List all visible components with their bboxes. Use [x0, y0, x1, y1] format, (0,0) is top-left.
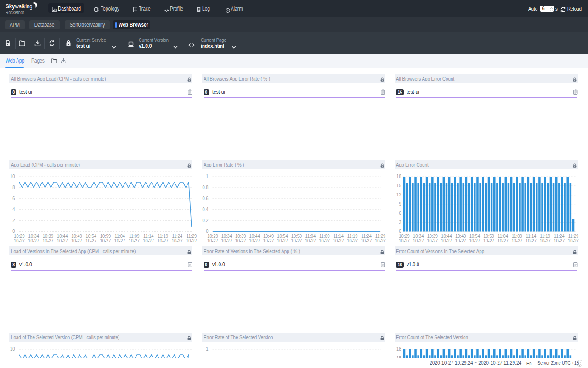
svg-text:10-27: 10-27	[207, 238, 218, 243]
svg-text:10-27: 10-27	[427, 238, 438, 243]
svg-text:10-27: 10-27	[186, 238, 197, 243]
svg-text:10-27: 10-27	[143, 238, 154, 243]
svg-text:0.8: 0.8	[202, 184, 208, 190]
svg-text:12: 12	[396, 192, 401, 197]
svg-text:10-27: 10-27	[43, 238, 54, 243]
svg-text:0.2: 0.2	[202, 218, 208, 223]
svg-text:10-27: 10-27	[100, 238, 111, 243]
svg-text:10: 10	[10, 346, 15, 351]
svg-text:10-27: 10-27	[129, 238, 140, 243]
svg-text:2: 2	[12, 218, 15, 223]
svg-text:10-27: 10-27	[172, 238, 183, 243]
svg-text:10-27: 10-27	[347, 238, 358, 243]
svg-text:18: 18	[396, 173, 401, 179]
svg-text:10-27: 10-27	[28, 238, 39, 243]
svg-text:10-27: 10-27	[375, 238, 386, 243]
svg-text:10-27: 10-27	[291, 238, 302, 243]
svg-text:10-27: 10-27	[221, 238, 232, 243]
svg-text:10-27: 10-27	[57, 238, 68, 243]
svg-text:10-27: 10-27	[14, 238, 25, 243]
svg-text:10-27: 10-27	[554, 238, 565, 243]
svg-text:4: 4	[12, 207, 15, 212]
svg-text:10-27: 10-27	[319, 238, 330, 243]
svg-text:18: 18	[396, 346, 401, 351]
svg-text:9: 9	[399, 201, 401, 207]
svg-text:10-27: 10-27	[277, 238, 288, 243]
svg-text:10-27: 10-27	[399, 238, 410, 243]
svg-text:10-27: 10-27	[361, 238, 372, 243]
svg-text:1: 1	[206, 346, 208, 352]
svg-text:10-27: 10-27	[568, 238, 579, 243]
svg-text:10-27: 10-27	[469, 238, 480, 243]
svg-text:8: 8	[12, 184, 15, 190]
svg-text:15: 15	[396, 183, 401, 188]
svg-text:10-27: 10-27	[539, 238, 550, 243]
svg-text:10-27: 10-27	[455, 238, 466, 243]
svg-text:10-27: 10-27	[483, 238, 494, 243]
svg-text:6: 6	[12, 196, 15, 201]
svg-text:0.4: 0.4	[202, 207, 208, 212]
svg-text:10-27: 10-27	[114, 238, 125, 243]
svg-text:10-27: 10-27	[71, 238, 82, 243]
svg-text:10-27: 10-27	[526, 238, 537, 243]
svg-text:10-27: 10-27	[333, 238, 344, 243]
svg-text:10-27: 10-27	[158, 238, 169, 243]
svg-text:10-27: 10-27	[511, 238, 522, 243]
svg-text:6: 6	[399, 210, 401, 216]
svg-text:10-27: 10-27	[305, 238, 316, 243]
svg-text:10-27: 10-27	[413, 238, 424, 243]
svg-text:3: 3	[399, 219, 401, 225]
svg-text:1: 1	[206, 173, 208, 179]
svg-text:10-27: 10-27	[85, 238, 96, 243]
svg-text:10-27: 10-27	[249, 238, 260, 243]
svg-text:10: 10	[10, 173, 15, 179]
svg-text:10-27: 10-27	[497, 238, 508, 243]
svg-text:0.6: 0.6	[202, 196, 208, 201]
svg-text:10-27: 10-27	[441, 238, 452, 243]
svg-text:10-27: 10-27	[263, 238, 274, 243]
svg-text:10-27: 10-27	[235, 238, 246, 243]
